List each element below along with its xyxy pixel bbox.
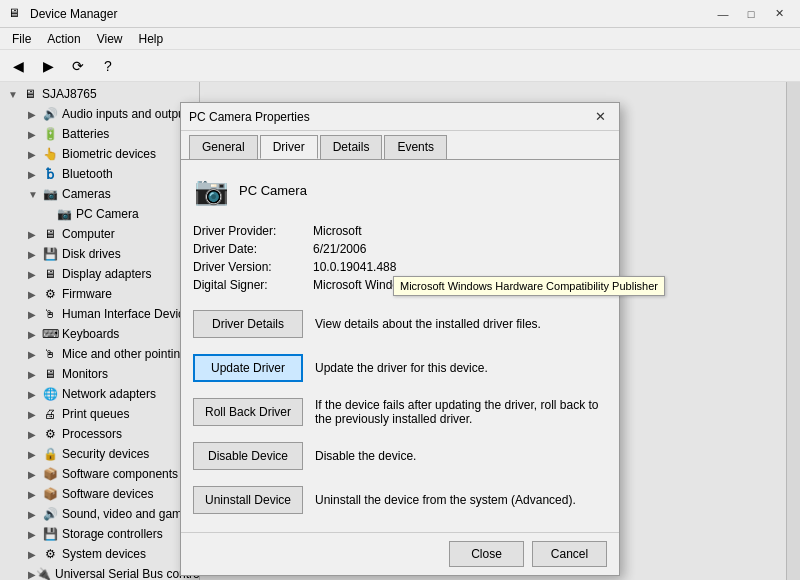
- driver-version-row: Driver Version: 10.0.19041.488: [193, 260, 607, 274]
- driver-details-desc: View details about the installed driver …: [315, 317, 607, 331]
- modal-overlay: PC Camera Properties ✕ General Driver De…: [0, 82, 800, 580]
- driver-signer-row: Digital Signer: Microsoft Windows Micros…: [193, 278, 607, 292]
- driver-date-value: 6/21/2006: [313, 242, 607, 256]
- device-header: 📷 PC Camera: [193, 172, 607, 208]
- roll-back-desc: If the device fails after updating the d…: [315, 398, 607, 426]
- update-driver-button[interactable]: Update Driver: [193, 354, 303, 382]
- device-name: PC Camera: [239, 183, 307, 198]
- dialog-close-button[interactable]: ✕: [589, 107, 611, 127]
- tab-driver-content: 📷 PC Camera Driver Provider: Microsoft D…: [181, 159, 619, 532]
- driver-info: Driver Provider: Microsoft Driver Date: …: [193, 224, 607, 292]
- update-driver-desc: Update the driver for this device.: [315, 361, 607, 375]
- dialog-cancel-button[interactable]: Cancel: [532, 541, 607, 567]
- dialog-ok-button[interactable]: Close: [449, 541, 524, 567]
- update-driver-row: Update Driver Update the driver for this…: [193, 348, 607, 388]
- disable-device-button[interactable]: Disable Device: [193, 442, 303, 470]
- action-buttons: Driver Details View details about the in…: [193, 304, 607, 520]
- driver-provider-label: Driver Provider:: [193, 224, 313, 238]
- minimize-button[interactable]: —: [710, 4, 736, 24]
- uninstall-button[interactable]: Uninstall Device: [193, 486, 303, 514]
- dialog-title: PC Camera Properties: [189, 110, 589, 124]
- title-bar-text: Device Manager: [30, 7, 704, 21]
- main-area: ▼ 🖥 SJAJ8765 ▶ 🔊 Audio inputs and outpu …: [0, 82, 800, 580]
- signer-tooltip: Microsoft Windows Hardware Compatibility…: [393, 276, 665, 296]
- uninstall-row: Uninstall Device Uninstall the device fr…: [193, 480, 607, 520]
- tab-details[interactable]: Details: [320, 135, 383, 159]
- driver-signer-label: Digital Signer:: [193, 278, 313, 292]
- title-bar: 🖥 Device Manager — □ ✕: [0, 0, 800, 28]
- tab-general[interactable]: General: [189, 135, 258, 159]
- device-icon: 📷: [193, 172, 229, 208]
- uninstall-desc: Uninstall the device from the system (Ad…: [315, 493, 607, 507]
- close-button[interactable]: ✕: [766, 4, 792, 24]
- toolbar-refresh[interactable]: ⟳: [64, 53, 92, 79]
- toolbar-back[interactable]: ◀: [4, 53, 32, 79]
- menu-help[interactable]: Help: [131, 30, 172, 48]
- disable-device-row: Disable Device Disable the device.: [193, 436, 607, 476]
- driver-signer-value: Microsoft Windows Microsoft Windows Hard…: [313, 278, 607, 292]
- maximize-button[interactable]: □: [738, 4, 764, 24]
- driver-provider-value: Microsoft: [313, 224, 607, 238]
- menu-bar: File Action View Help: [0, 28, 800, 50]
- dialog-tabs: General Driver Details Events: [181, 131, 619, 159]
- tab-events[interactable]: Events: [384, 135, 447, 159]
- toolbar-forward[interactable]: ▶: [34, 53, 62, 79]
- disable-device-desc: Disable the device.: [315, 449, 607, 463]
- menu-action[interactable]: Action: [39, 30, 88, 48]
- toolbar-help[interactable]: ?: [94, 53, 122, 79]
- tab-driver[interactable]: Driver: [260, 135, 318, 159]
- menu-view[interactable]: View: [89, 30, 131, 48]
- dialog-footer: Close Cancel: [181, 532, 619, 575]
- driver-details-row: Driver Details View details about the in…: [193, 304, 607, 344]
- driver-details-button[interactable]: Driver Details: [193, 310, 303, 338]
- pc-camera-properties-dialog: PC Camera Properties ✕ General Driver De…: [180, 102, 620, 576]
- app-icon: 🖥: [8, 6, 24, 22]
- dialog-title-bar: PC Camera Properties ✕: [181, 103, 619, 131]
- driver-version-label: Driver Version:: [193, 260, 313, 274]
- roll-back-button[interactable]: Roll Back Driver: [193, 398, 303, 426]
- toolbar: ◀ ▶ ⟳ ?: [0, 50, 800, 82]
- driver-date-row: Driver Date: 6/21/2006: [193, 242, 607, 256]
- menu-file[interactable]: File: [4, 30, 39, 48]
- title-bar-controls: — □ ✕: [710, 4, 792, 24]
- driver-date-label: Driver Date:: [193, 242, 313, 256]
- roll-back-row: Roll Back Driver If the device fails aft…: [193, 392, 607, 432]
- driver-version-value: 10.0.19041.488: [313, 260, 607, 274]
- driver-provider-row: Driver Provider: Microsoft: [193, 224, 607, 238]
